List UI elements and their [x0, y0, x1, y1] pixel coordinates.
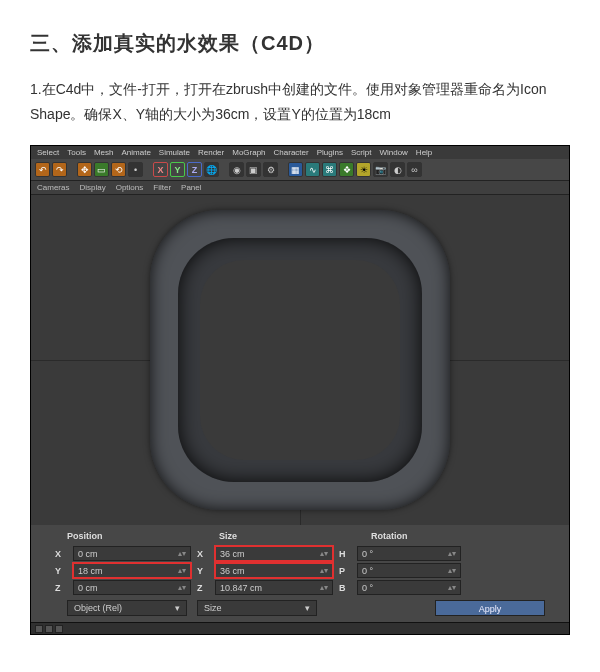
- subbar-filter[interactable]: Filter: [153, 183, 171, 192]
- label-rot-h: H: [339, 549, 351, 559]
- size-y-field[interactable]: 36 cm▴▾: [215, 563, 333, 578]
- scale-tool-icon[interactable]: ▭: [94, 162, 109, 177]
- size-z-field[interactable]: 10.847 cm▴▾: [215, 580, 333, 595]
- mode-dropdown[interactable]: Object (Rel)▾: [67, 600, 187, 616]
- subbar-panel[interactable]: Panel: [181, 183, 201, 192]
- col-position: Position: [67, 531, 207, 541]
- spinner-icon[interactable]: ▴▾: [448, 585, 456, 591]
- axis-y-toggle[interactable]: Y: [170, 162, 185, 177]
- render-settings-icon[interactable]: ⚙: [263, 162, 278, 177]
- render-view-icon[interactable]: ◉: [229, 162, 244, 177]
- label-size-y: Y: [197, 566, 209, 576]
- label-rot-p: P: [339, 566, 351, 576]
- c4d-screenshot: Select Tools Mesh Animate Simulate Rende…: [30, 145, 570, 635]
- spinner-icon[interactable]: ▴▾: [178, 568, 186, 574]
- label-rot-b: B: [339, 583, 351, 593]
- light-icon[interactable]: ◐: [390, 162, 405, 177]
- icon-shape-object[interactable]: [150, 210, 450, 510]
- spline-icon[interactable]: ∿: [305, 162, 320, 177]
- spinner-icon[interactable]: ▴▾: [178, 585, 186, 591]
- redo-button[interactable]: ↷: [52, 162, 67, 177]
- rot-h-field[interactable]: 0 °▴▾: [357, 546, 461, 561]
- pos-z-field[interactable]: 0 cm▴▾: [73, 580, 191, 595]
- move-tool-icon[interactable]: ✥: [77, 162, 92, 177]
- size-mode-dropdown[interactable]: Size▾: [197, 600, 317, 616]
- pos-x-field[interactable]: 0 cm▴▾: [73, 546, 191, 561]
- deformer-icon[interactable]: ❖: [339, 162, 354, 177]
- menu-simulate[interactable]: Simulate: [159, 148, 190, 157]
- menu-window[interactable]: Window: [379, 148, 407, 157]
- recent-tool-icon[interactable]: •: [128, 162, 143, 177]
- axis-z-toggle[interactable]: Z: [187, 162, 202, 177]
- apply-button[interactable]: Apply: [435, 600, 545, 616]
- spinner-icon[interactable]: ▴▾: [320, 585, 328, 591]
- subbar-cameras[interactable]: Cameras: [37, 183, 69, 192]
- camera-icon[interactable]: 📷: [373, 162, 388, 177]
- timeline-start-icon[interactable]: [35, 625, 43, 633]
- menu-mesh[interactable]: Mesh: [94, 148, 114, 157]
- step-paragraph: 1.在C4d中，文件-打开，打开在zbrush中创建的文件。使用对象管理器重命名…: [30, 77, 570, 127]
- timeline[interactable]: [31, 622, 569, 634]
- primitive-icon[interactable]: ▦: [288, 162, 303, 177]
- section-heading: 三、添加真实的水效果（C4D）: [30, 30, 570, 57]
- label-z: Z: [55, 583, 67, 593]
- coordinates-panel: Position Size Rotation X 0 cm▴▾ X 36 cm▴…: [31, 525, 569, 622]
- menu-plugins[interactable]: Plugins: [317, 148, 343, 157]
- viewport[interactable]: [31, 195, 569, 525]
- menu-tools[interactable]: Tools: [67, 148, 86, 157]
- render-region-icon[interactable]: ▣: [246, 162, 261, 177]
- label-size-z: Z: [197, 583, 209, 593]
- menu-animate[interactable]: Animate: [121, 148, 150, 157]
- col-rotation: Rotation: [371, 531, 501, 541]
- col-size: Size: [219, 531, 359, 541]
- rot-p-field[interactable]: 0 °▴▾: [357, 563, 461, 578]
- size-x-field[interactable]: 36 cm▴▾: [215, 546, 333, 561]
- coord-system-icon[interactable]: 🌐: [204, 162, 219, 177]
- label-y: Y: [55, 566, 67, 576]
- rotate-tool-icon[interactable]: ⟲: [111, 162, 126, 177]
- menu-select[interactable]: Select: [37, 148, 59, 157]
- spinner-icon[interactable]: ▴▾: [448, 551, 456, 557]
- label-size-x: X: [197, 549, 209, 559]
- menu-script[interactable]: Script: [351, 148, 371, 157]
- chevron-down-icon: ▾: [175, 603, 180, 613]
- pos-y-field[interactable]: 18 cm▴▾: [73, 563, 191, 578]
- row-x: X 0 cm▴▾ X 36 cm▴▾ H 0 °▴▾: [37, 545, 563, 562]
- rot-b-field[interactable]: 0 °▴▾: [357, 580, 461, 595]
- generator-icon[interactable]: ⌘: [322, 162, 337, 177]
- undo-button[interactable]: ↶: [35, 162, 50, 177]
- chevron-down-icon: ▾: [305, 603, 310, 613]
- spinner-icon[interactable]: ▴▾: [320, 568, 328, 574]
- view-subbar: Cameras Display Options Filter Panel: [31, 181, 569, 195]
- label-x: X: [55, 549, 67, 559]
- environment-icon[interactable]: ☀: [356, 162, 371, 177]
- timeline-prev-icon[interactable]: [45, 625, 53, 633]
- menu-help[interactable]: Help: [416, 148, 432, 157]
- spinner-icon[interactable]: ▴▾: [320, 551, 328, 557]
- tag-icon[interactable]: ∞: [407, 162, 422, 177]
- timeline-play-icon[interactable]: [55, 625, 63, 633]
- axis-x-toggle[interactable]: X: [153, 162, 168, 177]
- toolbar: ↶ ↷ ✥ ▭ ⟲ • X Y Z 🌐 ◉ ▣ ⚙ ▦ ∿ ⌘ ❖ ☀ 📷 ◐ …: [31, 159, 569, 181]
- spinner-icon[interactable]: ▴▾: [448, 568, 456, 574]
- menubar: Select Tools Mesh Animate Simulate Rende…: [31, 146, 569, 159]
- row-y: Y 18 cm▴▾ Y 36 cm▴▾ P 0 °▴▾: [37, 562, 563, 579]
- spinner-icon[interactable]: ▴▾: [178, 551, 186, 557]
- menu-render[interactable]: Render: [198, 148, 224, 157]
- subbar-options[interactable]: Options: [116, 183, 144, 192]
- menu-character[interactable]: Character: [274, 148, 309, 157]
- menu-mograph[interactable]: MoGraph: [232, 148, 265, 157]
- subbar-display[interactable]: Display: [79, 183, 105, 192]
- row-z: Z 0 cm▴▾ Z 10.847 cm▴▾ B 0 °▴▾: [37, 579, 563, 596]
